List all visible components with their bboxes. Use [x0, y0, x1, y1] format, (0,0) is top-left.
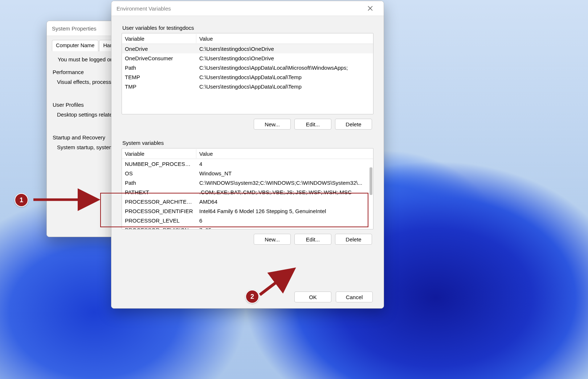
cell-variable: TEMP — [122, 73, 196, 81]
table-row[interactable]: PathC:\WINDOWS\system32;C:\WINDOWS;C:\WI… — [122, 178, 373, 187]
window-title: System Properties — [52, 25, 97, 32]
close-icon[interactable] — [362, 1, 379, 16]
table-row[interactable]: OSWindows_NT — [122, 168, 373, 178]
table-row[interactable]: OneDriveConsumerC:\Users\testingdocs\One… — [122, 53, 373, 63]
ok-button[interactable]: OK — [294, 292, 331, 302]
col-variable[interactable]: Variable — [122, 149, 196, 158]
cell-variable: Path — [122, 179, 196, 187]
user-delete-button[interactable]: Delete — [335, 119, 372, 130]
scrollbar-thumb[interactable] — [369, 167, 372, 195]
system-vars-label: System variables — [122, 140, 373, 146]
cell-value: C:\Users\testingdocs\AppData\Local\Temp — [196, 82, 373, 91]
system-edit-button[interactable]: Edit... — [294, 234, 331, 245]
user-vars-label: User variables for testingdocs — [122, 25, 373, 31]
cell-value: C:\Users\testingdocs\AppData\Local\Micro… — [196, 64, 373, 72]
cell-value: C:\Users\testingdocs\AppData\Local\Temp — [196, 73, 373, 81]
cell-variable: OS — [122, 169, 196, 178]
table-row[interactable]: TMPC:\Users\testingdocs\AppData\Local\Te… — [122, 82, 373, 91]
window-title: Environment Variables — [117, 5, 171, 12]
col-value[interactable]: Value — [196, 34, 373, 43]
titlebar[interactable]: Environment Variables — [111, 1, 384, 16]
user-edit-button[interactable]: Edit... — [294, 119, 331, 130]
cell-value: 4 — [196, 160, 373, 168]
table-row[interactable]: OneDriveC:\Users\testingdocs\OneDrive — [122, 44, 373, 53]
system-new-button[interactable]: New... — [254, 234, 291, 245]
cell-variable: OneDrive — [122, 45, 196, 53]
user-new-button[interactable]: New... — [254, 119, 291, 130]
cancel-button[interactable]: Cancel — [336, 292, 373, 302]
cell-variable: TMP — [122, 82, 196, 91]
badge-1: 1 — [15, 193, 28, 207]
user-vars-list[interactable]: Variable Value OneDriveC:\Users\testingd… — [122, 33, 373, 114]
annotation-highlight — [100, 193, 368, 227]
table-row[interactable]: TEMPC:\Users\testingdocs\AppData\Local\T… — [122, 72, 373, 82]
cell-variable: NUMBER_OF_PROCESSORS — [122, 160, 196, 168]
environment-variables-dialog: Environment Variables User variables for… — [111, 1, 384, 309]
tab-computer-name[interactable]: Computer Name — [52, 40, 98, 51]
cell-value: C:\Users\testingdocs\OneDrive — [196, 54, 373, 62]
cell-variable: OneDriveConsumer — [122, 54, 196, 62]
col-value[interactable]: Value — [196, 149, 373, 158]
system-delete-button[interactable]: Delete — [335, 234, 372, 245]
cell-value: Windows_NT — [196, 169, 373, 178]
cell-value: C:\WINDOWS\system32;C:\WINDOWS;C:\WINDOW… — [196, 179, 373, 187]
table-row[interactable]: NUMBER_OF_PROCESSORS4 — [122, 159, 373, 168]
cell-variable: Path — [122, 64, 196, 72]
cell-value: C:\Users\testingdocs\OneDrive — [196, 45, 373, 53]
col-variable[interactable]: Variable — [122, 34, 196, 43]
table-row[interactable]: PathC:\Users\testingdocs\AppData\Local\M… — [122, 63, 373, 72]
